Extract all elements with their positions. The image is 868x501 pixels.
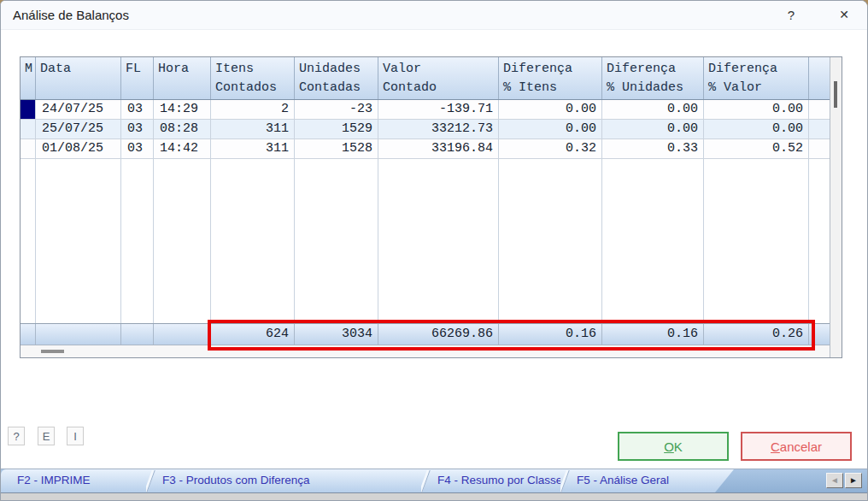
tab-f5[interactable]: F5 - Análise Geral: [560, 469, 717, 492]
cell-valor: 33212.73: [378, 120, 499, 139]
close-icon[interactable]: ✕: [830, 1, 859, 29]
column-header-fl[interactable]: FL: [121, 57, 154, 99]
empty-cell-dif_itens: [499, 159, 602, 323]
empty-cell-hora: [154, 159, 211, 323]
cell-data: 24/07/25: [36, 100, 121, 119]
horizontal-scrollbar[interactable]: [21, 345, 830, 357]
cell-dif_itens: 0.32: [499, 139, 602, 158]
i-mini-button[interactable]: I: [67, 427, 84, 445]
cancel-button-label: Cancelar: [771, 439, 822, 454]
total-valor: 66269.86: [378, 324, 499, 345]
cell-itens: 2: [211, 100, 295, 119]
column-header-itens[interactable]: Itens Contados: [211, 57, 295, 99]
row-filler: [809, 100, 830, 119]
empty-cell-dif_unidades: [602, 159, 704, 323]
table-totals-row: 624303466269.860.160.160.26: [21, 323, 830, 345]
total-dif_unidades: 0.16: [602, 324, 704, 345]
row-filler: [809, 139, 830, 158]
cell-valor: 33196.84: [378, 139, 499, 158]
column-header-dif_itens[interactable]: Diferença % Itens: [499, 57, 602, 99]
e-mini-button[interactable]: E: [38, 427, 55, 445]
help-mini-button[interactable]: ?: [8, 427, 25, 445]
dialog-analise-balancos: Análise de Balanços ? ✕ MDataFLHoraItens…: [0, 0, 868, 501]
column-header-dif_valor[interactable]: Diferença % Valor: [704, 57, 809, 99]
table-rows: 24/07/250314:292-23-139.710.000.000.0025…: [21, 100, 830, 159]
cell-unidades: 1528: [295, 139, 378, 158]
cell-fl: 03: [121, 100, 154, 119]
cell-dif_itens: 0.00: [499, 100, 602, 119]
row-filler: [809, 120, 830, 139]
total-m: [21, 324, 36, 345]
tab-f3[interactable]: F3 - Produtos com Diferença: [146, 469, 421, 492]
balance-table: MDataFLHoraItens ContadosUnidades Contad…: [20, 56, 842, 358]
vertical-scrollbar-thumb[interactable]: [834, 81, 837, 108]
cancel-button[interactable]: Cancelar: [741, 432, 852, 461]
tab-scroll-left-icon[interactable]: ◄: [826, 473, 843, 488]
bottom-tab-bar: F2 - IMPRIMEF3 - Produtos com DiferençaF…: [1, 469, 867, 493]
empty-cell-itens: [211, 159, 295, 323]
cell-data: 25/07/25: [36, 120, 121, 139]
cell-dif_unidades: 0.00: [602, 100, 704, 119]
empty-cell-unidades: [295, 159, 378, 323]
cell-fl: 03: [121, 139, 154, 158]
table-row[interactable]: 25/07/250308:28311152933212.730.000.000.…: [21, 120, 830, 139]
tab-f4[interactable]: F4 - Resumo por Classe: [421, 469, 560, 492]
cell-hora: 14:42: [154, 139, 211, 158]
cell-unidades: -23: [295, 100, 378, 119]
titlebar-help-icon[interactable]: ?: [777, 1, 806, 29]
cell-valor: -139.71: [378, 100, 499, 119]
cell-dif_valor: 0.00: [704, 120, 809, 139]
cell-dif_unidades: 0.00: [602, 120, 704, 139]
table-row[interactable]: 01/08/250314:42311152833196.840.320.330.…: [21, 139, 830, 159]
cell-m: [21, 120, 36, 139]
column-header-filler: [809, 57, 830, 99]
vertical-scrollbar[interactable]: [830, 57, 842, 357]
total-itens: 624: [211, 324, 295, 345]
cell-data: 01/08/25: [36, 139, 121, 158]
tab-strip: F2 - IMPRIMEF3 - Produtos com DiferençaF…: [1, 469, 734, 492]
tab-scroll-buttons: ◄ ►: [826, 473, 862, 488]
title-bar: Análise de Balanços ? ✕: [1, 1, 867, 30]
cell-dif_unidades: 0.33: [602, 139, 704, 158]
column-header-m[interactable]: M: [21, 57, 36, 99]
total-unidades: 3034: [295, 324, 378, 345]
total-fl: [121, 324, 154, 345]
tab-f2[interactable]: F2 - IMPRIME: [1, 469, 146, 492]
ok-button[interactable]: OK: [618, 432, 729, 461]
total-hora: [154, 324, 211, 345]
table-empty-area: [21, 159, 830, 323]
column-header-dif_unidades[interactable]: Diferença % Unidades: [602, 57, 704, 99]
table-header-row: MDataFLHoraItens ContadosUnidades Contad…: [21, 57, 830, 100]
window-title: Análise de Balanços: [13, 1, 129, 29]
cell-fl: 03: [121, 120, 154, 139]
horizontal-scrollbar-thumb[interactable]: [41, 350, 64, 353]
cell-unidades: 1529: [295, 120, 378, 139]
cell-itens: 311: [211, 139, 295, 158]
column-header-unidades[interactable]: Unidades Contadas: [295, 57, 378, 99]
tab-scroll-right-icon[interactable]: ►: [845, 473, 862, 488]
cell-hora: 08:28: [154, 120, 211, 139]
column-header-hora[interactable]: Hora: [154, 57, 211, 99]
total-dif_valor: 0.26: [704, 324, 809, 345]
empty-cell-m: [21, 159, 36, 323]
table-grid: MDataFLHoraItens ContadosUnidades Contad…: [21, 57, 830, 357]
selected-row-marker: [21, 100, 36, 119]
cell-dif_valor: 0.52: [704, 139, 809, 158]
cell-m: [21, 139, 36, 158]
column-header-data[interactable]: Data: [36, 57, 121, 99]
total-dif_itens: 0.16: [499, 324, 602, 345]
table-row[interactable]: 24/07/250314:292-23-139.710.000.000.00: [21, 100, 830, 120]
cell-dif_valor: 0.00: [704, 100, 809, 119]
cell-hora: 14:29: [154, 100, 211, 119]
ok-button-label: OK: [664, 439, 683, 454]
total-data: [36, 324, 121, 345]
empty-cell-fl: [121, 159, 154, 323]
cell-itens: 311: [211, 120, 295, 139]
empty-cell-valor: [378, 159, 499, 323]
empty-cell-data: [36, 159, 121, 323]
column-header-valor[interactable]: Valor Contado: [378, 57, 499, 99]
window-bottom-edge: [1, 493, 867, 500]
empty-cell-dif_valor: [704, 159, 809, 323]
cell-dif_itens: 0.00: [499, 120, 602, 139]
